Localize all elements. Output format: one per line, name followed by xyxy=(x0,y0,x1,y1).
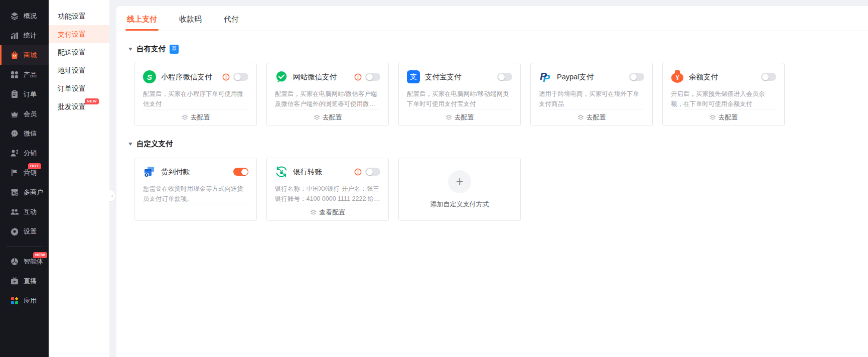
sidebar-item-label: 互动 xyxy=(24,207,37,216)
add-custom-payment-card[interactable]: + 添加自定义支付方式 xyxy=(398,158,521,221)
sidebar-item-label: 分销 xyxy=(24,149,37,158)
section-custom-payment: 自定义支付 xyxy=(128,139,868,149)
sidebar-item-distribution[interactable]: 分销 xyxy=(0,143,49,163)
subnav-order-settings[interactable]: 订单设置 xyxy=(49,79,109,97)
toggle-switch[interactable] xyxy=(233,168,248,176)
subnav-address-settings[interactable]: 地址设置 xyxy=(49,61,109,79)
collapse-caret-icon[interactable] xyxy=(128,48,132,51)
payment-title: 银行转账 xyxy=(293,167,354,177)
store-icon xyxy=(10,188,19,197)
configure-label: 去配置 xyxy=(718,113,738,122)
configure-link[interactable]: 去配置 xyxy=(275,109,380,126)
sidebar-item-stats[interactable]: 统计 xyxy=(0,26,49,45)
toggle-switch[interactable] xyxy=(233,73,248,81)
tab-pay-on-behalf[interactable]: 代付 xyxy=(224,15,239,31)
subnav-wholesale-settings[interactable]: 批发设置 NEW xyxy=(49,97,109,115)
payment-desc: 适用于跨境电商，买家可在境外下单支付商品 xyxy=(539,89,644,109)
section-title: 自有支付 xyxy=(136,44,166,54)
sidebar-item-label: 产品 xyxy=(24,70,37,79)
toggle-switch[interactable] xyxy=(761,73,776,81)
own-payment-cards: S 小程序微信支付 配置后，买家在小程序下单可使用微信支付 去配置 网站微信支付 xyxy=(134,63,868,126)
subnav-function-settings[interactable]: 功能设置 xyxy=(49,7,109,25)
money-bag-icon: ¥ xyxy=(671,70,684,83)
sidebar-item-label: 多商户 xyxy=(24,188,43,197)
config-layers-icon xyxy=(314,114,320,121)
tab-payment-code[interactable]: 收款码 xyxy=(179,15,202,31)
sidebar-item-label: 微信 xyxy=(24,129,37,138)
view-config-link[interactable]: 查看配置 xyxy=(275,204,380,220)
sidebar-item-orders[interactable]: 订单 xyxy=(0,84,49,104)
settings-sidebar: 功能设置 支付设置 配送设置 地址设置 订单设置 批发设置 NEW xyxy=(49,0,109,357)
gear-icon xyxy=(10,227,19,236)
payment-tabs: 线上支付 收款码 代付 xyxy=(116,6,868,31)
toggle-switch[interactable] xyxy=(497,73,512,81)
sidebar-item-wechat[interactable]: 微信 xyxy=(0,124,49,143)
configure-link[interactable]: 去配置 xyxy=(407,109,512,126)
people-icon xyxy=(10,207,19,216)
sidebar-item-live[interactable]: 直播 xyxy=(0,271,49,291)
sidebar-item-mall[interactable]: 商城 xyxy=(0,45,49,65)
card-website-wechat-pay: 网站微信支付 配置后，买家在电脑网站/微信客户端及微信客户端外的浏览器可使用微信… xyxy=(266,63,389,126)
configure-label: 去配置 xyxy=(587,113,606,122)
main-area: ‹ 线上支付 收款码 代付 自有支付 基 S 小程序微信支付 xyxy=(109,0,868,357)
bank-transfer-icon: ¥ xyxy=(275,165,288,178)
apps-icon xyxy=(10,296,19,305)
payment-desc: 配置后，买家在电脑网站/微信客户端及微信客户端外的浏览器可使用微信支付下单购买 xyxy=(275,89,380,109)
sidebar-item-marketing[interactable]: 营销 HOT xyxy=(0,163,49,182)
sidebar-item-agent[interactable]: 智能体 NEW xyxy=(0,252,49,271)
configure-label: 去配置 xyxy=(323,113,342,122)
subnav-label: 批发设置 xyxy=(58,102,86,110)
sidebar-item-label: 会员 xyxy=(24,109,37,118)
configure-label: 去配置 xyxy=(455,113,474,122)
configure-link[interactable]: 去配置 xyxy=(671,109,776,126)
warning-icon xyxy=(354,168,362,176)
card-paypal: PP Paypal支付 适用于跨境电商，买家可在境外下单支付商品 去配置 xyxy=(530,63,653,126)
toggle-switch[interactable] xyxy=(629,73,644,81)
sidebar-item-apps[interactable]: 应用 xyxy=(0,291,49,310)
miniprogram-icon: S xyxy=(143,70,156,83)
sidebar-item-label: 营销 xyxy=(24,168,37,177)
collapse-caret-icon[interactable] xyxy=(128,143,132,146)
primary-sidebar: 概况 统计 商城 产品 订单 会员 微信 分销 营销 HOT 多商户 互 xyxy=(0,0,49,357)
payment-desc: 您需要在收货时用现金等方式向送货员支付订单款项。 xyxy=(143,184,248,204)
tv-icon xyxy=(10,277,19,286)
subnav-payment-settings[interactable]: 支付设置 xyxy=(49,25,109,43)
sidebar-item-label: 概况 xyxy=(24,12,37,21)
sidebar-item-members[interactable]: 会员 xyxy=(0,104,49,124)
wechat-icon xyxy=(10,129,19,138)
alipay-icon: 支 xyxy=(407,70,420,83)
payment-desc: 配置后，买家在小程序下单可使用微信支付 xyxy=(143,89,248,109)
paypal-icon: PP xyxy=(539,70,552,83)
sidebar-item-label: 订单 xyxy=(24,90,37,99)
config-layers-icon xyxy=(577,114,584,121)
toggle-switch[interactable] xyxy=(365,168,380,176)
sidebar-collapse-handle[interactable]: ‹ xyxy=(109,190,115,202)
content-panel: 线上支付 收款码 代付 自有支付 基 S 小程序微信支付 配置后，买家在小程序下 xyxy=(116,6,868,357)
card-footer xyxy=(143,204,248,220)
sidebar-item-label: 智能体 xyxy=(24,257,43,266)
card-cash-on-delivery: 货到付款 您需要在收货时用现金等方式向送货员支付订单款项。 xyxy=(134,158,257,221)
sidebar-item-overview[interactable]: 概况 xyxy=(0,6,49,26)
tab-online-payment[interactable]: 线上支付 xyxy=(127,15,157,31)
config-layers-icon xyxy=(709,114,716,121)
view-config-label: 查看配置 xyxy=(319,208,345,217)
crown-icon xyxy=(10,109,19,118)
config-layers-icon xyxy=(310,209,317,216)
toggle-switch[interactable] xyxy=(365,73,380,81)
card-miniprogram-wechat-pay: S 小程序微信支付 配置后，买家在小程序下单可使用微信支付 去配置 xyxy=(134,63,257,126)
basic-badge: 基 xyxy=(170,45,179,54)
subnav-delivery-settings[interactable]: 配送设置 xyxy=(49,43,109,61)
new-badge: NEW xyxy=(85,98,99,104)
sidebar-item-label: 应用 xyxy=(24,296,37,305)
add-payment-label: 添加自定义支付方式 xyxy=(430,200,489,209)
wechat-check-icon xyxy=(275,70,288,83)
warning-icon xyxy=(354,73,362,81)
sidebar-item-products[interactable]: 产品 xyxy=(0,65,49,84)
sidebar-item-interaction[interactable]: 互动 xyxy=(0,202,49,221)
payment-title: 货到付款 xyxy=(161,167,233,177)
share-person-icon xyxy=(10,149,19,158)
configure-link[interactable]: 去配置 xyxy=(143,109,248,126)
configure-link[interactable]: 去配置 xyxy=(539,109,644,126)
sidebar-item-settings[interactable]: 设置 xyxy=(0,221,49,241)
sidebar-item-multimerchant[interactable]: 多商户 xyxy=(0,182,49,202)
